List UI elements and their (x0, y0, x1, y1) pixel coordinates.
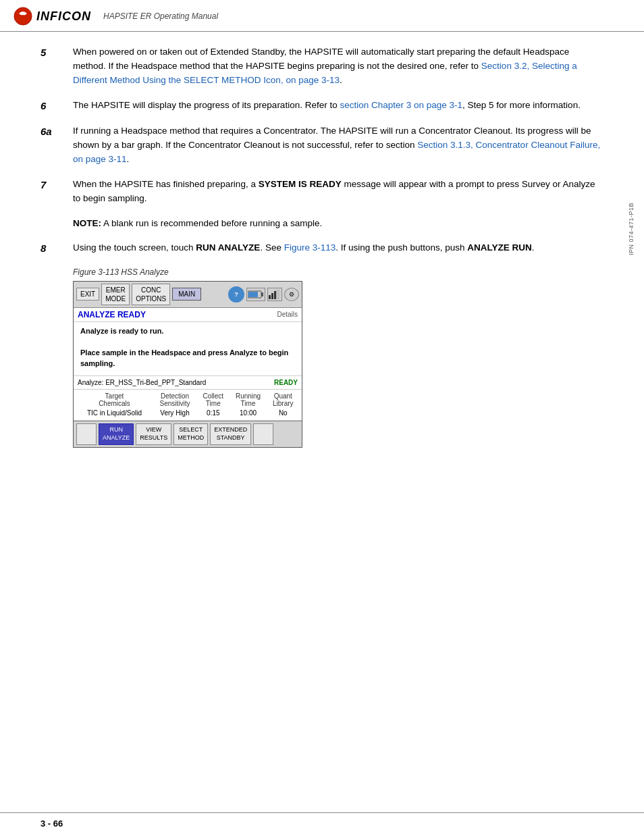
svg-rect-4 (248, 292, 258, 297)
main-content: 5 When powered on or taken out of Extend… (0, 32, 644, 468)
svg-rect-6 (271, 293, 273, 299)
col-collect: CollectTime (197, 391, 229, 409)
item-6-link[interactable]: section Chapter 3 on page 3-1 (340, 100, 462, 110)
svg-rect-7 (274, 291, 276, 299)
select-method-button[interactable]: SELECTMETHOD (173, 423, 208, 444)
cell-running: 10:00 (230, 409, 267, 417)
logo-text: INFICON (36, 9, 91, 24)
list-item-7: 7 When the HAPSITE has finished preparin… (41, 178, 603, 206)
list-item-5: 5 When powered on or taken out of Extend… (41, 45, 603, 88)
col-quant: QuantLibrary (267, 391, 299, 409)
main-button[interactable]: MAIN (172, 288, 201, 301)
system-ready-bold: SYSTEM IS READY (259, 179, 342, 189)
signal-icon (267, 288, 282, 301)
list-item-8: 8 Using the touch screen, touch RUN ANAL… (41, 241, 603, 257)
hss-status-bar: ANALYZE READY Details (74, 308, 302, 322)
col-running: RunningTime (230, 391, 267, 409)
col-detection: DetectionSensitivity (153, 391, 197, 409)
exit-button[interactable]: EXIT (76, 288, 99, 301)
hss-bottom-bar: RUNANALYZE VIEWRESULTS SELECTMETHOD EXTE… (74, 421, 302, 446)
page-header: INFICON HAPSITE ER Operating Manual (0, 0, 644, 32)
run-analyze-button[interactable]: RUNANALYZE (99, 423, 134, 444)
hss-info-row: Analyze: ER_HSS_Tri-Bed_PPT_Standard REA… (74, 376, 302, 390)
ready-status: READY (274, 379, 298, 386)
cell-target: TIC in Liquid/Solid (76, 409, 153, 417)
svg-rect-3 (261, 292, 263, 296)
battery-icon (246, 288, 265, 301)
figure-3-113-link[interactable]: Figure 3-113 (284, 242, 336, 253)
logo-area: INFICON (14, 7, 91, 26)
help-icon[interactable]: ? (228, 286, 244, 303)
hss-data-table: TargetChemicals DetectionSensitivity Col… (76, 391, 299, 417)
item-5-number: 5 (41, 45, 73, 88)
details-button[interactable]: Details (277, 311, 298, 318)
figure-caption: Figure 3-113 HSS Analyze (73, 267, 603, 277)
hss-toolbar: EXIT EMERMODE CONCOPTIONS MAIN ? ⚙ (74, 282, 302, 308)
item-8-number: 8 (41, 241, 73, 257)
note-block: NOTE: A blank run is recommended before … (73, 217, 603, 230)
analyze-ready-text: ANALYZE READY (78, 310, 146, 319)
item-7-number: 7 (41, 178, 73, 206)
svg-point-1 (22, 15, 24, 18)
table-row: TIC in Liquid/Solid Very High 0:15 10:00… (76, 409, 299, 417)
emer-mode-button[interactable]: EMERMODE (101, 284, 130, 305)
svg-rect-5 (269, 295, 271, 299)
extended-standby-button[interactable]: EXTENDEDSTANDBY (210, 423, 251, 444)
list-item-6a: 6a If running a Headspace method that re… (41, 124, 603, 167)
page-footer: 3 - 66 (0, 812, 644, 834)
analyze-run-bold: ANALYZE RUN (467, 242, 532, 253)
cell-collect: 0:15 (197, 409, 229, 417)
figure-container: Figure 3-113 HSS Analyze EXIT EMERMODE C… (73, 267, 603, 448)
conc-options-button[interactable]: CONCOPTIONS (132, 284, 170, 305)
run-analyze-bold: RUN ANALYZE (196, 242, 260, 253)
svg-rect-8 (277, 290, 279, 299)
item-6-content: The HAPSITE will display the progress of… (73, 99, 603, 114)
place-sample-line: Place sample in the Headspace and press … (80, 348, 295, 369)
item-6a-link[interactable]: Section 3.1.3, Concentrator Cleanout Fai… (73, 140, 600, 164)
empty-bottom-btn-1 (76, 423, 97, 444)
page-number: 3 - 66 (41, 818, 63, 829)
analyze-ready-line: Analyze is ready to run. (80, 326, 295, 337)
item-6-number: 6 (41, 99, 73, 114)
item-8-content: Using the touch screen, touch RUN ANALYZ… (73, 241, 603, 257)
cell-detection: Very High (153, 409, 197, 417)
toolbar-icons: ? ⚙ (228, 286, 299, 303)
header-subtitle: HAPSITE ER Operating Manual (103, 11, 218, 21)
item-5-link[interactable]: Section 3.2, Selecting a Different Metho… (73, 61, 577, 85)
list-item-6: 6 The HAPSITE will display the progress … (41, 99, 603, 114)
analyze-label: Analyze: ER_HSS_Tri-Bed_PPT_Standard (78, 379, 274, 386)
item-6a-number: 6a (41, 124, 73, 167)
hss-body: Analyze is ready to run. Place sample in… (74, 322, 302, 377)
cell-quant: No (267, 409, 299, 417)
note-label: NOTE: (73, 218, 101, 228)
side-label: IPN 074-471-P1B (628, 203, 635, 255)
note-text: A blank run is recommended before runnin… (101, 218, 322, 228)
item-5-content: When powered on or taken out of Extended… (73, 45, 603, 88)
item-6a-content: If running a Headspace method that requi… (73, 124, 603, 167)
view-results-button[interactable]: VIEWRESULTS (136, 423, 171, 444)
empty-bottom-btn-2 (253, 423, 273, 444)
hss-table-container: TargetChemicals DetectionSensitivity Col… (74, 390, 302, 421)
item-7-content: When the HAPSITE has finished preparing,… (73, 178, 603, 206)
inficon-logo-icon (14, 7, 32, 26)
settings-icon[interactable]: ⚙ (284, 288, 299, 301)
hss-analyze-box: EXIT EMERMODE CONCOPTIONS MAIN ? ⚙ (73, 281, 302, 448)
col-target: TargetChemicals (76, 391, 153, 409)
